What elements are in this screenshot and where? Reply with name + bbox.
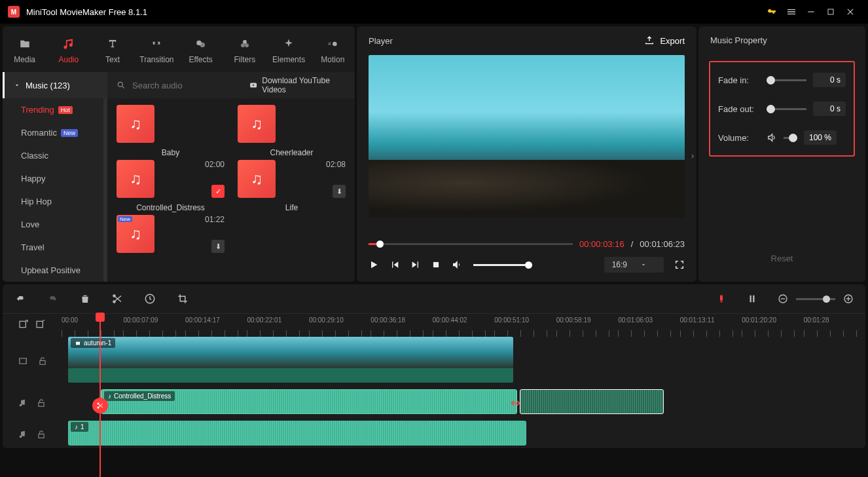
svg-point-5	[241, 43, 245, 47]
next-button[interactable]	[410, 259, 421, 270]
fullscreen-button[interactable]	[674, 259, 685, 270]
menu-icon[interactable]	[782, 2, 801, 22]
trim-cursor-icon[interactable]: ⇔	[511, 396, 520, 410]
aspect-ratio-select[interactable]: 16:9	[604, 257, 664, 273]
audio-item[interactable]: ♫ 02:08⬇ Life	[238, 160, 346, 212]
tab-audio[interactable]: Audio	[46, 31, 90, 72]
fade-out-value: 0 s	[813, 102, 846, 116]
sidebar-item-romantic[interactable]: RomanticNew	[3, 121, 103, 144]
remove-track-icon[interactable]	[35, 319, 46, 330]
transition-icon	[150, 37, 163, 51]
tab-motion[interactable]: Motion	[311, 31, 355, 72]
tab-transition[interactable]: Transition	[135, 31, 179, 72]
search-icon	[117, 81, 126, 90]
lock-icon[interactable]	[38, 356, 47, 366]
maximize-button[interactable]	[821, 2, 841, 22]
download-icon[interactable]: ⬇	[333, 185, 346, 198]
playhead[interactable]	[99, 314, 101, 477]
audio-clip[interactable]: ♪ 1	[68, 421, 526, 446]
video-preview[interactable]	[369, 55, 685, 218]
zoom-out-button[interactable]	[778, 294, 788, 304]
audio-item[interactable]: ♫ Baby	[117, 105, 225, 157]
audio-track-icon	[18, 429, 27, 440]
audio-thumbnail: New♫	[117, 215, 154, 253]
download-icon[interactable]: ⬇	[211, 240, 225, 253]
lock-icon[interactable]	[37, 429, 46, 440]
audio-thumbnail: ♫	[238, 105, 276, 143]
svg-rect-14	[720, 296, 723, 301]
fade-out-label: Fade out:	[718, 104, 760, 114]
search-input[interactable]	[132, 81, 242, 90]
audio-clip-selected[interactable]	[520, 389, 664, 414]
lock-icon[interactable]	[37, 398, 46, 408]
audio-thumbnail: ♫	[117, 160, 154, 198]
svg-point-4	[243, 40, 247, 44]
sidebar-item-trending[interactable]: TrendingHot	[3, 98, 103, 121]
player-title: Player	[369, 36, 393, 46]
titlebar: M MiniTool MovieMaker Free 8.1.1	[0, 0, 868, 24]
effects-icon	[195, 37, 207, 51]
music-sidebar: TrendingHot RomanticNew Classic Happy Hi…	[3, 98, 107, 282]
delete-button[interactable]	[80, 293, 90, 305]
sidebar-item-happy[interactable]: Happy	[3, 167, 103, 190]
download-youtube-link[interactable]: Download YouTube Videos	[249, 76, 346, 94]
svg-rect-27	[40, 360, 45, 364]
export-button[interactable]: Export	[644, 35, 685, 46]
tab-effects[interactable]: Effects	[179, 31, 223, 72]
sidebar-item-classic[interactable]: Classic	[3, 144, 103, 167]
sidebar-item-hiphop[interactable]: Hip Hop	[3, 190, 103, 213]
redo-button[interactable]	[47, 294, 59, 304]
license-key-icon[interactable]	[762, 2, 782, 22]
volume-label: Volume:	[718, 133, 760, 143]
tab-media[interactable]: Media	[3, 31, 46, 72]
speed-button[interactable]	[144, 293, 156, 305]
sidebar-item-upbeat[interactable]: Upbeat Positive	[3, 259, 103, 282]
video-clip[interactable]: autumn-1	[68, 337, 513, 383]
zoom-slider[interactable]	[796, 298, 835, 300]
speaker-icon	[767, 132, 777, 143]
time-current: 00:00:03:16	[579, 239, 624, 249]
fade-out-slider[interactable]	[767, 108, 806, 110]
svg-rect-29	[39, 402, 44, 406]
tab-filters[interactable]: Filters	[223, 31, 266, 72]
collapse-panel-icon[interactable]: ›	[691, 151, 694, 161]
time-total: 00:01:06:23	[640, 239, 685, 249]
minimize-button[interactable]	[801, 2, 821, 22]
close-button[interactable]	[841, 2, 860, 22]
sidebar-item-love[interactable]: Love	[3, 213, 103, 236]
new-badge: New	[61, 129, 78, 137]
stop-button[interactable]	[431, 260, 441, 269]
add-track-icon[interactable]	[18, 319, 29, 330]
svg-rect-22	[20, 321, 26, 327]
fade-in-slider[interactable]	[767, 79, 806, 81]
music-category-header[interactable]: Music (123)	[3, 72, 107, 98]
audio-item[interactable]: New♫ 01:22⬇	[117, 215, 225, 253]
audio-thumbnail: ♫	[117, 105, 154, 143]
audio-track-icon	[18, 398, 27, 408]
adjust-button[interactable]	[748, 293, 757, 305]
zoom-in-button[interactable]	[843, 294, 854, 304]
audio-item[interactable]: ♫ 02:00✓ Controlled_Distress	[117, 160, 225, 212]
tab-elements[interactable]: Elements	[267, 31, 311, 72]
svg-rect-23	[37, 321, 43, 327]
volume-slider[interactable]	[473, 264, 532, 266]
tab-text[interactable]: Text	[91, 31, 135, 72]
reset-button[interactable]: Reset	[755, 248, 809, 269]
timeline: 00:00 00:00:07:09 00:00:14:17 00:00:22:0…	[3, 284, 865, 448]
undo-button[interactable]	[14, 294, 26, 304]
sidebar-item-travel[interactable]: Travel	[3, 236, 103, 259]
crop-button[interactable]	[177, 293, 189, 305]
split-button[interactable]	[111, 293, 123, 305]
volume-icon[interactable]	[451, 259, 463, 271]
scissor-icon[interactable]	[92, 398, 108, 413]
audio-item[interactable]: ♫ Cheerleader	[238, 105, 346, 157]
prev-button[interactable]	[389, 259, 400, 270]
timeline-ruler[interactable]: 00:00 00:00:07:09 00:00:14:17 00:00:22:0…	[3, 313, 865, 337]
svg-point-3	[200, 43, 205, 48]
volume-prop-slider[interactable]	[784, 137, 797, 139]
marker-button[interactable]	[716, 294, 727, 304]
audio-clip[interactable]: ♪ Controlled_Distress	[101, 389, 517, 414]
scrub-slider[interactable]	[369, 243, 573, 245]
play-button[interactable]	[369, 259, 379, 270]
fade-in-label: Fade in:	[718, 75, 760, 85]
